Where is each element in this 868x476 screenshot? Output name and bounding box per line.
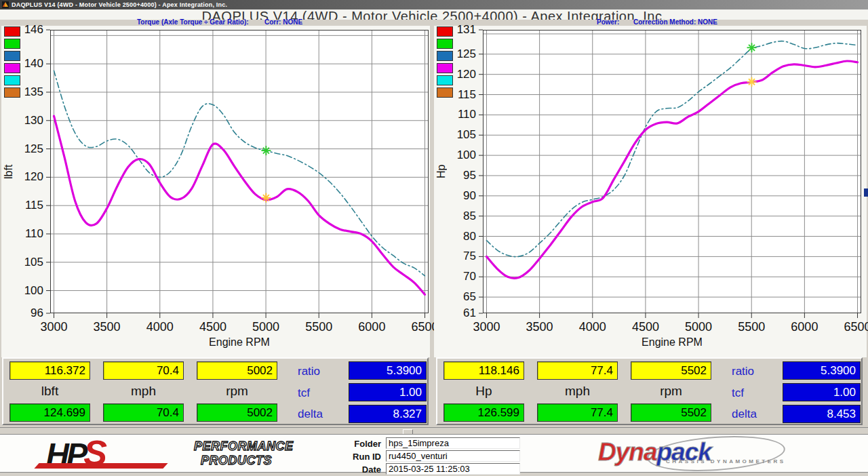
power-readout-panel: 118.146 77.4 5502 Hp mph rpm 126.599 77.… bbox=[436, 357, 863, 425]
power-live-value-box: 118.146 bbox=[443, 361, 524, 380]
hps-tagline: PERFORMANCE PRODUCTS bbox=[194, 439, 294, 468]
x-tick-label: 6000 bbox=[348, 320, 395, 334]
x-tick-label: 5000 bbox=[675, 320, 722, 334]
y-tick-label: 85 bbox=[434, 210, 476, 223]
tcf-value-box: 1.00 bbox=[783, 383, 861, 401]
x-tick-label: 4000 bbox=[569, 320, 616, 334]
y-tick-label: 120 bbox=[434, 68, 476, 81]
delta-label: delta bbox=[732, 408, 775, 421]
y-tick-label: 61 bbox=[434, 306, 476, 320]
rpm-unit-label: rpm bbox=[197, 384, 277, 399]
window-title: DAQPLUS V14 (4WD - Motor Vehicle 2500+40… bbox=[12, 1, 227, 8]
dynapack-logo: Dynapack CHASSIS DYNAMOMETERS bbox=[594, 436, 797, 471]
app-icon bbox=[2, 1, 9, 8]
y-tick-label: 115 bbox=[1, 199, 43, 212]
x-tick-label: 4500 bbox=[622, 320, 669, 334]
speed-peak-value-box: 70.4 bbox=[103, 403, 184, 422]
y-tick-label: 110 bbox=[1, 227, 43, 241]
folder-input[interactable] bbox=[386, 437, 520, 449]
tcf-label: tcf bbox=[732, 386, 775, 400]
date-input[interactable] bbox=[386, 463, 520, 475]
y-tick-label: 110 bbox=[434, 108, 476, 121]
y-tick-label: 96 bbox=[1, 306, 43, 320]
y-tick-label: 70 bbox=[434, 270, 476, 283]
torque-header-label: Torque (Axle Torque ÷ Gear Ratio): bbox=[137, 18, 249, 26]
y-tick-label: 131 bbox=[434, 23, 476, 37]
delta-value-box: 8.453 bbox=[783, 405, 861, 423]
dynapack-dyna: Dyna bbox=[598, 438, 656, 466]
torque-chart-panel: 1461401351301251201151101051009630003500… bbox=[1, 26, 430, 357]
x-tick-label: 5500 bbox=[295, 320, 342, 334]
x-tick-label: 4500 bbox=[189, 320, 237, 334]
tcf-label: tcf bbox=[298, 386, 341, 400]
x-tick-label: 5000 bbox=[242, 320, 290, 334]
ratio-label: ratio bbox=[732, 365, 775, 378]
y-tick-label: 100 bbox=[1, 284, 43, 298]
x-tick-label: 3500 bbox=[83, 320, 131, 334]
x-axis-title: Engine RPM bbox=[50, 336, 429, 349]
speed-unit-label: mph bbox=[537, 384, 618, 399]
splitter-strip bbox=[0, 427, 868, 434]
y-tick-label: 105 bbox=[434, 128, 476, 142]
x-tick-label: 3000 bbox=[30, 320, 77, 334]
ratio-value-box: 5.3900 bbox=[783, 361, 861, 380]
report-heading-strip: DAQPLUS V14 (4WD - Motor Vehicle 2500+40… bbox=[0, 9, 868, 20]
y-tick-label: 135 bbox=[1, 85, 43, 99]
ratio-label: ratio bbox=[298, 365, 341, 378]
rpm-live-value-box: 5502 bbox=[631, 361, 711, 380]
speed-live-value-box: 70.4 bbox=[103, 361, 184, 380]
y-tick-label: 115 bbox=[434, 88, 476, 102]
power-chart-panel: 1311251201151101051009590858075706561300… bbox=[434, 26, 867, 357]
x-tick-label: 3500 bbox=[516, 320, 564, 334]
power-chart-plot bbox=[483, 30, 861, 320]
tcf-value-box: 1.00 bbox=[349, 383, 427, 401]
folder-label: Folder bbox=[319, 439, 381, 449]
torque-readout-panel: 116.372 70.4 5002 lbft mph rpm 124.699 7… bbox=[2, 357, 429, 425]
torque-peak-value-box: 124.699 bbox=[9, 403, 90, 422]
y-tick-label: 130 bbox=[1, 114, 43, 127]
hps-logo: HPS PERFORMANCE PRODUCTS bbox=[46, 436, 304, 471]
speed-live-value-box: 77.4 bbox=[537, 361, 618, 380]
window-titlebar[interactable]: DAQPLUS V14 (4WD - Motor Vehicle 2500+40… bbox=[0, 0, 868, 9]
y-tick-label: 80 bbox=[434, 230, 476, 243]
run-id-label: Run ID bbox=[319, 452, 381, 462]
x-tick-label: 4000 bbox=[136, 320, 184, 334]
power-correction-label: Correction Method: NONE bbox=[633, 18, 717, 26]
power-header-label: Power: bbox=[597, 18, 619, 26]
hps-swoosh-graphic bbox=[34, 463, 167, 469]
y-tick-label: 65 bbox=[434, 290, 476, 304]
x-tick-label: 5500 bbox=[728, 320, 775, 334]
footer-strip: HPS PERFORMANCE PRODUCTS Folder Run ID D… bbox=[0, 434, 868, 473]
run-id-input[interactable] bbox=[386, 450, 520, 462]
y-tick-label: 140 bbox=[1, 57, 43, 71]
x-tick-label: 6500 bbox=[834, 320, 868, 334]
y-axis-title: lbft bbox=[3, 143, 15, 200]
torque-unit-label: lbft bbox=[9, 384, 90, 399]
power-unit-label: Hp bbox=[443, 384, 524, 399]
ratio-value-box: 5.3900 bbox=[349, 361, 427, 380]
y-tick-label: 105 bbox=[1, 256, 43, 269]
hps-tagline-line1: PERFORMANCE bbox=[194, 439, 294, 454]
rpm-peak-value-box: 5502 bbox=[631, 403, 711, 422]
y-tick-label: 146 bbox=[1, 23, 43, 37]
torque-correction-label: Corr: NONE bbox=[264, 18, 302, 26]
clipped-edge-icon bbox=[864, 189, 868, 197]
date-label: Date bbox=[319, 464, 381, 475]
x-axis-title: Engine RPM bbox=[483, 336, 861, 349]
torque-chart-plot bbox=[50, 30, 429, 320]
torque-live-value-box: 116.372 bbox=[9, 361, 90, 380]
y-tick-label: 75 bbox=[434, 250, 476, 263]
y-tick-label: 125 bbox=[434, 47, 476, 61]
power-peak-value-box: 126.599 bbox=[443, 403, 524, 422]
rpm-live-value-box: 5002 bbox=[197, 361, 277, 380]
hps-tagline-line2: PRODUCTS bbox=[201, 454, 294, 468]
delta-label: delta bbox=[298, 408, 341, 421]
speed-unit-label: mph bbox=[103, 384, 184, 399]
daqplus-app-window: DAQPLUS V14 (4WD - Motor Vehicle 2500+40… bbox=[0, 0, 868, 476]
legend-swatch bbox=[4, 75, 20, 85]
speed-peak-value-box: 77.4 bbox=[537, 403, 618, 422]
legend-swatch bbox=[4, 39, 20, 49]
y-axis-title: Hp bbox=[435, 143, 448, 200]
x-tick-label: 6000 bbox=[781, 320, 828, 334]
dynapack-tagline: CHASSIS DYNAMOMETERS bbox=[666, 458, 786, 464]
